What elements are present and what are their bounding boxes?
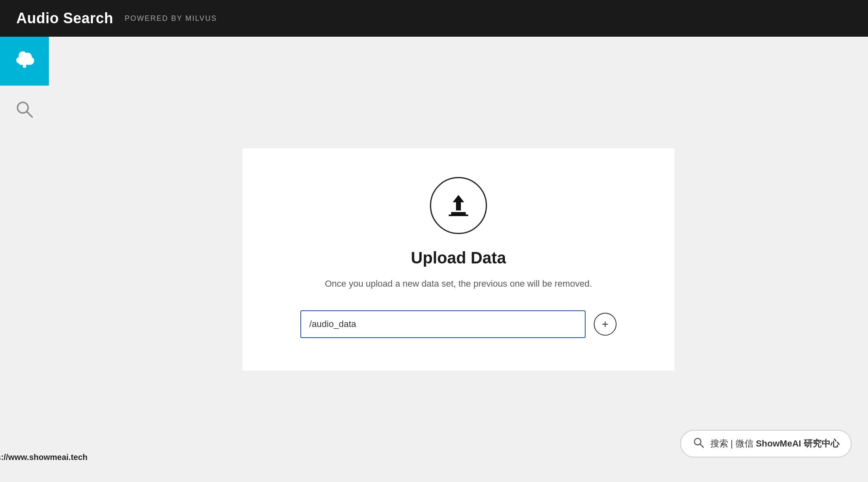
audio-data-path-input[interactable] bbox=[300, 310, 586, 338]
sidebar-item-upload[interactable] bbox=[0, 37, 49, 86]
sidebar: https://www.showmeai.tech bbox=[0, 37, 49, 482]
main-content: Upload Data Once you upload a new data s… bbox=[49, 37, 868, 482]
upload-to-cloud-icon bbox=[443, 189, 474, 222]
layout: https://www.showmeai.tech Uplo bbox=[0, 37, 868, 482]
wechat-badge-name: ShowMeAI 研究中心 bbox=[756, 438, 839, 449]
wechat-search-icon bbox=[692, 436, 705, 451]
plus-icon: + bbox=[602, 318, 608, 330]
upload-input-row: + bbox=[300, 310, 617, 338]
upload-icon-circle bbox=[430, 177, 487, 234]
svg-rect-3 bbox=[449, 214, 468, 216]
search-icon bbox=[15, 99, 34, 121]
sidebar-footer: https://www.showmeai.tech bbox=[0, 449, 49, 466]
wechat-badge-text: 搜索 | 微信 ShowMeAI 研究中心 bbox=[710, 438, 839, 450]
app-subtitle: POWERED BY MILVUS bbox=[125, 14, 217, 23]
upload-card-title: Upload Data bbox=[411, 249, 506, 267]
svg-line-5 bbox=[700, 444, 703, 447]
cloud-upload-icon bbox=[14, 50, 35, 73]
wechat-badge: 搜索 | 微信 ShowMeAI 研究中心 bbox=[680, 430, 852, 458]
header: Audio Search POWERED BY MILVUS bbox=[0, 0, 868, 37]
sidebar-item-search[interactable] bbox=[0, 86, 49, 135]
svg-rect-2 bbox=[451, 212, 466, 214]
footer-link[interactable]: https://www.showmeai.tech bbox=[0, 449, 92, 466]
upload-card-description: Once you upload a new data set, the prev… bbox=[325, 279, 592, 289]
app-title: Audio Search bbox=[16, 10, 113, 27]
footer-url: https://www.showmeai.tech bbox=[0, 453, 88, 462]
upload-card: Upload Data Once you upload a new data s… bbox=[242, 148, 674, 371]
svg-line-1 bbox=[27, 112, 32, 117]
add-data-button[interactable]: + bbox=[594, 313, 617, 336]
